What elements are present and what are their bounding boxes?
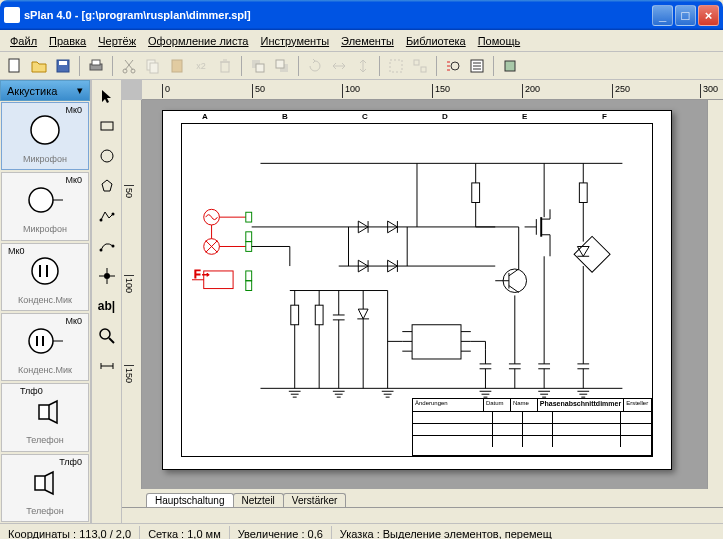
page-tabs: Hauptschaltung Netzteil Verstärker — [122, 489, 723, 507]
vertical-ruler: 50 100 150 — [122, 100, 142, 489]
page-tab[interactable]: Verstärker — [283, 493, 347, 507]
window-title: sPlan 4.0 - [g:\program\rusplan\dimmer.s… — [24, 9, 652, 21]
svg-point-37 — [99, 249, 102, 252]
save-button[interactable] — [52, 55, 74, 77]
menu-edit[interactable]: Правка — [43, 33, 92, 49]
svg-point-35 — [99, 219, 102, 222]
menu-file[interactable]: Файл — [4, 33, 43, 49]
component-item[interactable]: Мк0 Конденс.Мик — [1, 243, 89, 311]
menu-elements[interactable]: Элементы — [335, 33, 400, 49]
menubar: Файл Правка Чертёж Оформление листа Инст… — [0, 30, 723, 52]
horizontal-ruler: 0 50 100 150 200 250 300 — [142, 80, 723, 100]
vertical-scrollbar[interactable] — [707, 100, 723, 489]
minimize-button[interactable]: _ — [652, 5, 673, 26]
svg-point-34 — [101, 150, 113, 162]
svg-point-44 — [100, 329, 110, 339]
component-item[interactable]: Тлф0 Телефон — [1, 454, 89, 522]
flip-v-button[interactable] — [352, 55, 374, 77]
component-item[interactable]: Мк0 Конденс.Мик — [1, 313, 89, 381]
svg-point-36 — [111, 213, 114, 216]
rotate-button[interactable] — [304, 55, 326, 77]
menu-help[interactable]: Помощь — [472, 33, 527, 49]
svg-rect-16 — [414, 60, 419, 65]
statusbar: Координаты : 113,0 / 2,0 Сетка : 1,0 мм … — [0, 523, 723, 539]
send-back-button[interactable] — [271, 55, 293, 77]
palette-category-tab[interactable]: Аккустика ▾ — [0, 80, 90, 101]
polygon-tool[interactable] — [95, 174, 119, 198]
circle-tool[interactable] — [95, 144, 119, 168]
svg-rect-67 — [472, 183, 480, 203]
node-tool[interactable] — [95, 264, 119, 288]
print-button[interactable] — [85, 55, 107, 77]
svg-rect-99 — [574, 236, 610, 272]
svg-rect-8 — [150, 63, 158, 73]
color-button[interactable] — [499, 55, 521, 77]
svg-line-45 — [109, 338, 114, 343]
component-item[interactable]: Мк0 Микрофон — [1, 102, 89, 170]
svg-rect-71 — [579, 183, 587, 203]
canvas-area: 0 50 100 150 200 250 300 50 100 150 A B … — [122, 80, 723, 523]
duplicate-button[interactable]: x2 — [190, 55, 212, 77]
svg-rect-59 — [246, 212, 252, 222]
delete-button[interactable] — [214, 55, 236, 77]
page-tab[interactable]: Hauptschaltung — [146, 493, 234, 507]
list-button[interactable] — [466, 55, 488, 77]
new-file-button[interactable] — [4, 55, 26, 77]
svg-rect-62 — [246, 271, 252, 281]
svg-rect-4 — [92, 60, 100, 65]
menu-page-layout[interactable]: Оформление листа — [142, 33, 254, 49]
app-icon — [4, 7, 20, 23]
svg-rect-0 — [9, 59, 19, 72]
rect-tool[interactable] — [95, 114, 119, 138]
bezier-tool[interactable] — [95, 234, 119, 258]
line-tool[interactable] — [95, 204, 119, 228]
flip-h-button[interactable] — [328, 55, 350, 77]
component-item[interactable]: Мк0 Микрофон — [1, 172, 89, 240]
svg-point-27 — [29, 329, 53, 353]
svg-rect-2 — [59, 61, 67, 65]
ungroup-button[interactable] — [409, 55, 431, 77]
menu-drawing[interactable]: Чертёж — [92, 33, 142, 49]
menu-library[interactable]: Библиотека — [400, 33, 472, 49]
svg-rect-15 — [390, 60, 402, 72]
measure-tool[interactable] — [95, 354, 119, 378]
copy-button[interactable] — [142, 55, 164, 77]
schematic-diagram: F→ — [192, 134, 642, 437]
cut-button[interactable] — [118, 55, 140, 77]
dropdown-icon: ▾ — [77, 84, 83, 97]
menu-tools[interactable]: Инструменты — [255, 33, 336, 49]
paste-button[interactable] — [166, 55, 188, 77]
component-item[interactable]: Тлф0 Телефон — [1, 383, 89, 451]
svg-rect-17 — [421, 67, 426, 72]
drawing-tools: ab| — [92, 80, 122, 523]
text-tool[interactable]: ab| — [95, 294, 119, 318]
pointer-tool[interactable] — [95, 84, 119, 108]
component-palette: Аккустика ▾ Мк0 Микрофон Мк0 Микрофон Мк… — [0, 80, 92, 523]
maximize-button[interactable]: □ — [675, 5, 696, 26]
status-grid: Сетка : 1,0 мм — [140, 526, 230, 540]
status-zoom: Увеличение : 0,6 — [230, 526, 332, 540]
svg-rect-32 — [35, 476, 45, 490]
svg-rect-9 — [172, 60, 182, 72]
svg-rect-111 — [315, 305, 323, 325]
page-tab[interactable]: Netzteil — [233, 493, 284, 507]
bring-front-button[interactable] — [247, 55, 269, 77]
open-file-button[interactable] — [28, 55, 50, 77]
svg-rect-60 — [246, 232, 252, 242]
svg-rect-14 — [276, 60, 284, 68]
svg-point-24 — [32, 258, 58, 284]
group-button[interactable] — [385, 55, 407, 77]
svg-rect-108 — [291, 305, 299, 325]
svg-rect-33 — [101, 122, 113, 130]
drawing-sheet: A B C D E F — [162, 110, 672, 470]
zoom-tool[interactable] — [95, 324, 119, 348]
status-hint: Указка : Выделение элементов, перемещ — [332, 526, 723, 540]
svg-rect-63 — [246, 281, 252, 291]
title-block: Änderungen Datum Name Phasenabschnittdim… — [412, 398, 652, 456]
snap-button[interactable] — [442, 55, 464, 77]
horizontal-scrollbar[interactable] — [122, 507, 723, 523]
svg-rect-12 — [256, 64, 264, 72]
close-button[interactable]: × — [698, 5, 719, 26]
canvas[interactable]: A B C D E F — [142, 100, 723, 489]
svg-rect-61 — [246, 242, 252, 252]
